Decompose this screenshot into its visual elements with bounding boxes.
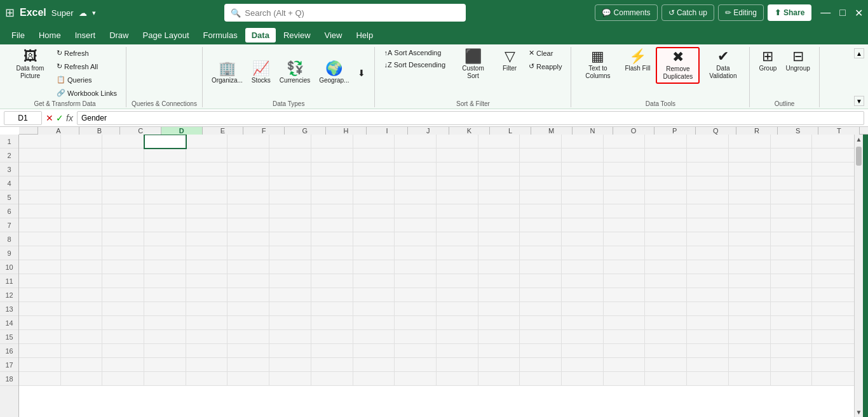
cell-i16[interactable] <box>353 344 395 358</box>
cell-c17[interactable] <box>102 358 144 372</box>
cell-m13[interactable] <box>520 302 562 316</box>
cell-j9[interactable] <box>395 246 437 260</box>
cell-e10[interactable] <box>186 260 228 274</box>
cell-b17[interactable] <box>61 358 103 372</box>
cell-r13[interactable] <box>729 302 771 316</box>
share-button[interactable]: ⬆ Share <box>768 4 811 21</box>
cell-b8[interactable] <box>61 232 103 246</box>
cell-o14[interactable] <box>604 316 646 330</box>
flash-fill-button[interactable]: ⚡ Flash Fill <box>621 47 654 75</box>
cell-g11[interactable] <box>269 274 311 288</box>
cell-p18[interactable] <box>645 372 687 386</box>
cell-k18[interactable] <box>437 372 478 386</box>
cell-t17[interactable] <box>812 358 854 372</box>
cell-r11[interactable] <box>729 274 771 288</box>
cell-q15[interactable] <box>687 330 729 344</box>
cell-c13[interactable] <box>102 302 144 316</box>
cell-r18[interactable] <box>729 372 771 386</box>
comments-button[interactable]: 💬 Comments <box>595 4 657 21</box>
cell-f18[interactable] <box>227 372 269 386</box>
cell-f8[interactable] <box>227 232 269 246</box>
cell-t3[interactable] <box>812 162 854 176</box>
dropdown-icon[interactable]: ▾ <box>92 9 96 17</box>
cell-c8[interactable] <box>102 232 144 246</box>
cell-g9[interactable] <box>269 246 311 260</box>
menu-item-file[interactable]: File <box>5 28 31 43</box>
insert-function-icon[interactable]: fx <box>66 113 73 123</box>
cell-m9[interactable] <box>520 246 562 260</box>
cell-o7[interactable] <box>604 218 646 232</box>
cell-h18[interactable] <box>311 372 353 386</box>
cell-c4[interactable] <box>102 176 144 190</box>
cell-r6[interactable] <box>729 204 771 218</box>
cell-k7[interactable] <box>437 218 478 232</box>
stocks-button[interactable]: 📈 Stocks <box>248 59 275 87</box>
cell-b14[interactable] <box>61 316 103 330</box>
cell-e16[interactable] <box>186 344 228 358</box>
cell-t2[interactable] <box>812 149 854 162</box>
cell-b12[interactable] <box>61 288 103 302</box>
cell-e6[interactable] <box>186 204 228 218</box>
cell-t9[interactable] <box>812 246 854 260</box>
ungroup-button[interactable]: ⊟ Ungroup <box>782 47 813 75</box>
cell-r10[interactable] <box>729 260 771 274</box>
cell-g18[interactable] <box>269 372 311 386</box>
organize-button[interactable]: 🏢 Organiza... <box>208 59 247 87</box>
cell-o17[interactable] <box>604 358 646 372</box>
menu-item-page-layout[interactable]: Page Layout <box>137 28 196 43</box>
cell-a7[interactable] <box>19 218 61 232</box>
col-header-b[interactable]: B <box>79 127 121 135</box>
cell-i10[interactable] <box>353 260 395 274</box>
cell-e17[interactable] <box>186 358 228 372</box>
cell-p12[interactable] <box>645 288 687 302</box>
cell-m6[interactable] <box>520 204 562 218</box>
cell-q16[interactable] <box>687 344 729 358</box>
cell-t7[interactable] <box>812 218 854 232</box>
cell-m8[interactable] <box>520 232 562 246</box>
cell-l6[interactable] <box>478 204 520 218</box>
cell-q6[interactable] <box>687 204 729 218</box>
cell-f5[interactable] <box>227 190 269 204</box>
cell-k9[interactable] <box>437 246 478 260</box>
cell-d10[interactable] <box>144 260 186 274</box>
cell-s13[interactable] <box>771 302 813 316</box>
cell-f13[interactable] <box>227 302 269 316</box>
cell-d15[interactable] <box>144 330 186 344</box>
cell-m7[interactable] <box>520 218 562 232</box>
cell-i1[interactable] <box>353 135 395 149</box>
cell-h4[interactable] <box>311 176 353 190</box>
cell-d17[interactable] <box>144 358 186 372</box>
cell-b1[interactable] <box>61 135 103 149</box>
col-header-q[interactable]: Q <box>696 127 737 135</box>
sort-ascending-button[interactable]: ↑A Sort Ascending <box>380 47 449 58</box>
col-header-t[interactable]: T <box>818 127 859 135</box>
cell-j10[interactable] <box>395 260 437 274</box>
menu-item-home[interactable]: Home <box>32 28 67 43</box>
cell-i9[interactable] <box>353 246 395 260</box>
cell-s11[interactable] <box>771 274 813 288</box>
reapply-button[interactable]: ↺ Reapply <box>525 60 566 72</box>
cell-q1[interactable] <box>687 135 729 149</box>
cell-e11[interactable] <box>186 274 228 288</box>
cell-j13[interactable] <box>395 302 437 316</box>
text-to-columns-button[interactable]: ▦ Text to Columns <box>576 47 619 83</box>
cell-b7[interactable] <box>61 218 103 232</box>
cell-f12[interactable] <box>227 288 269 302</box>
cell-l16[interactable] <box>478 344 520 358</box>
cell-n8[interactable] <box>562 232 604 246</box>
cell-i17[interactable] <box>353 358 395 372</box>
catchup-button[interactable]: ↺ Catch up <box>661 4 714 21</box>
cell-a15[interactable] <box>19 330 61 344</box>
cell-f10[interactable] <box>227 260 269 274</box>
cell-b15[interactable] <box>61 330 103 344</box>
cell-f16[interactable] <box>227 344 269 358</box>
cell-r7[interactable] <box>729 218 771 232</box>
cell-l7[interactable] <box>478 218 520 232</box>
cell-i12[interactable] <box>353 288 395 302</box>
cell-m10[interactable] <box>520 260 562 274</box>
cell-k17[interactable] <box>437 358 478 372</box>
cell-g10[interactable] <box>269 260 311 274</box>
cell-h10[interactable] <box>311 260 353 274</box>
cell-a6[interactable] <box>19 204 61 218</box>
cell-m4[interactable] <box>520 176 562 190</box>
